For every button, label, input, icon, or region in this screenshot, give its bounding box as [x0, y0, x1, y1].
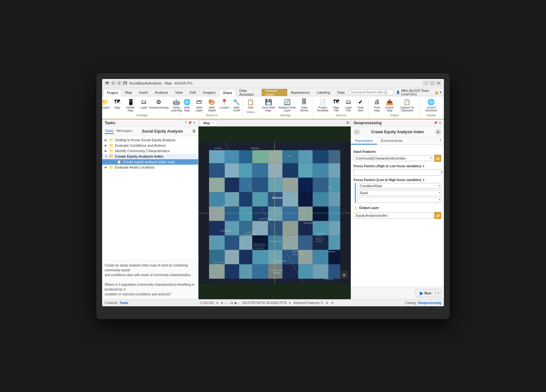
tree-item-5[interactable]: ▶ 📁 Evaluate Asset Locations [102, 165, 198, 170]
chevron-down-icon[interactable]: ▾ [440, 91, 441, 94]
ribbon-btn-web-layer[interactable]: 🗃 Web Layer [193, 98, 205, 113]
expand-icon-2[interactable]: ▶ [105, 144, 108, 147]
tab-edit[interactable]: Edit [186, 89, 199, 96]
command-search[interactable] [348, 90, 393, 95]
ribbon-btn-web-map[interactable]: 🌐 Web Map [181, 98, 193, 113]
tree-item-4[interactable]: ▼ 📂 Create Equity Analysis Index [102, 154, 198, 159]
tree-item-1[interactable]: ▶ 📁 Getting to Know Social Equity Analys… [102, 137, 198, 143]
notification-icon[interactable]: 🔔 [435, 91, 438, 94]
ribbon-btn-export-map[interactable]: 📤 Export Map [383, 98, 396, 113]
ribbon-btn-task-item[interactable]: ✔ Task Item [355, 98, 366, 113]
tab-imagery[interactable]: Imagery [199, 89, 219, 96]
tab-data-assistant[interactable]: Data Assistant [236, 89, 262, 96]
ribbon-btn-mobile-map[interactable]: 📱 Mobile Map [124, 98, 137, 113]
tab-share[interactable]: Share [219, 89, 236, 96]
tab-feature-layer[interactable]: Feature Layer [262, 89, 287, 96]
close-button[interactable]: ✕ [436, 81, 441, 85]
tree-item-2[interactable]: ▶ 📁 Evaluate Conditions and Actions [102, 143, 198, 148]
focus-low-dropdown-2[interactable]: Rank [357, 190, 441, 196]
geo-back-button[interactable]: ← [354, 129, 360, 135]
ribbon-btn-capture-clipboard[interactable]: 📋 Capture To Clipboard [396, 98, 417, 113]
map-tab-close-icon[interactable]: ✕ [211, 121, 214, 125]
tasks-menu-icon[interactable]: ☰ [192, 129, 196, 133]
geo-add-button[interactable]: + [435, 129, 441, 135]
focus-low-dropdown-3[interactable] [357, 197, 441, 203]
ribbon-btn-web-tool[interactable]: 🔧 Web Tool▾ [231, 98, 242, 113]
help-icon[interactable]: ? [185, 121, 187, 125]
tab-project[interactable]: Project [103, 89, 121, 96]
title-bar-right: ─ □ ✕ [423, 81, 441, 85]
run-button[interactable]: ▶ Run ▾ [416, 289, 441, 297]
focus-high-header[interactable]: Focus Factors (High to Low focus variabl… [354, 164, 441, 168]
geo-tab-help[interactable]: ? [437, 137, 444, 144]
ribbon-btn-geoprocessing[interactable]: ⚙ Geoprocessing [150, 98, 167, 110]
folder-icon-5: 📁 [109, 165, 114, 170]
run-button-main[interactable]: ▶ Run [416, 289, 435, 297]
pause-icon[interactable]: ⏸ [325, 301, 329, 305]
save-icon[interactable]: 💾 [123, 81, 127, 85]
expand-icon-5[interactable]: ▶ [105, 166, 108, 169]
focus-low-chevron[interactable]: ▾ [423, 178, 424, 182]
minimize-button[interactable]: ─ [423, 81, 428, 85]
tab-tasks[interactable]: Tasks [105, 129, 114, 134]
undo-icon[interactable]: ↩ [111, 81, 116, 85]
svg-text:Village: Village [273, 271, 280, 274]
svg-rect-66 [225, 250, 239, 264]
focus-low-header[interactable]: Focus Factors (Low to High focus variabl… [354, 178, 441, 182]
ribbon-btn-project[interactable]: 📁 Project [102, 98, 111, 110]
redo-icon[interactable]: ↪ [117, 81, 121, 85]
ribbon-btn-map[interactable]: 🗺 Map [111, 98, 123, 110]
status-tab-tasks[interactable]: Tasks [119, 301, 128, 305]
map-tab[interactable]: Map ✕ [200, 120, 217, 126]
geo-tab-environments[interactable]: Environments [377, 137, 406, 144]
geo-pin-icon[interactable]: 📌 [434, 121, 437, 125]
ribbon-btn-web-style[interactable]: 🎨 Web Style▾ [206, 98, 218, 113]
input-features-browse-button[interactable]: 📂 [434, 155, 441, 162]
tab-view[interactable]: View [172, 89, 186, 96]
focus-high-chevron[interactable]: ▾ [423, 164, 424, 168]
close-panel-icon[interactable]: ✕ [193, 121, 196, 125]
geo-close-icon[interactable]: ✕ [439, 121, 441, 125]
ribbon-btn-map-file[interactable]: 🗺 Map File [330, 98, 342, 113]
run-button-arrow[interactable]: ▾ [435, 290, 441, 296]
output-layer-input[interactable] [354, 212, 433, 219]
scale-dropdown-icon[interactable]: ▾ [216, 301, 218, 305]
ribbon-btn-data-stores[interactable]: 🗄 Data Stores [298, 98, 311, 113]
tab-analysis[interactable]: Analysis [151, 89, 172, 96]
ribbon-btn-arcgis-solutions[interactable]: 🌐 ArcGIS Solutions [422, 98, 440, 113]
ribbon-btn-project-template[interactable]: 📄 Project Template [315, 98, 330, 113]
ribbon-btn-locator[interactable]: 📍 Locator [218, 98, 230, 110]
expand-icon-1[interactable]: ▶ [105, 138, 108, 142]
tab-data[interactable]: Data [334, 89, 348, 96]
ribbon-btn-layer[interactable]: 🗂 Layer [138, 98, 150, 110]
svg-rect-83 [198, 142, 209, 283]
focus-high-input[interactable] [354, 169, 441, 176]
map-expand-icon[interactable]: ⊞ [346, 120, 349, 125]
map-canvas[interactable]: Denver City arvada Berkley Lakewood Spiv… [198, 126, 351, 299]
ribbon-btn-save-web-map[interactable]: 💾 Save Web Map [260, 98, 276, 113]
pin-icon[interactable]: 📌 [188, 121, 192, 125]
refresh-icon[interactable]: ⟳ [331, 301, 334, 305]
coord-dropdown-icon[interactable]: ▾ [289, 301, 291, 305]
tree-item-3[interactable]: ▶ 📁 Identify Community Characteristics [102, 148, 198, 154]
status-tab-catalog[interactable]: Catalog [405, 301, 416, 305]
tab-map[interactable]: Map [121, 89, 135, 96]
ribbon-btn-jobs[interactable]: 📋 Jobs [245, 98, 256, 110]
focus-low-dropdown-1[interactable]: ConditionRate [357, 183, 441, 189]
ribbon-btn-layer-file[interactable]: 🗂 Layer File [343, 98, 354, 113]
geo-tab-parameters[interactable]: Parameters [351, 137, 377, 144]
tree-item-4a[interactable]: 📋 Create equity analysis index map [102, 159, 198, 165]
tab-insert[interactable]: Insert [136, 89, 152, 96]
input-features-dropdown[interactable]: CommunityCharacteristicsIndex [354, 155, 433, 161]
tab-labeling[interactable]: Labeling [313, 89, 334, 96]
status-tab-geoprocessing[interactable]: Geoprocessing [418, 301, 441, 305]
tab-messages[interactable]: Messages [116, 129, 132, 134]
expand-icon-3[interactable]: ▶ [105, 149, 108, 152]
tab-appearance[interactable]: Appearance [287, 89, 313, 96]
maximize-button[interactable]: □ [430, 81, 435, 85]
expand-icon-4[interactable]: ▼ [105, 155, 108, 158]
output-layer-browse-button[interactable]: 📂 [434, 212, 441, 219]
ribbon-btn-print-map[interactable]: 🖨 Print Map [371, 98, 383, 113]
status-tab-contents[interactable]: Contents [105, 301, 118, 305]
ribbon-btn-replace-web-layer[interactable]: 🔄 Replace Web Layer [277, 98, 297, 113]
